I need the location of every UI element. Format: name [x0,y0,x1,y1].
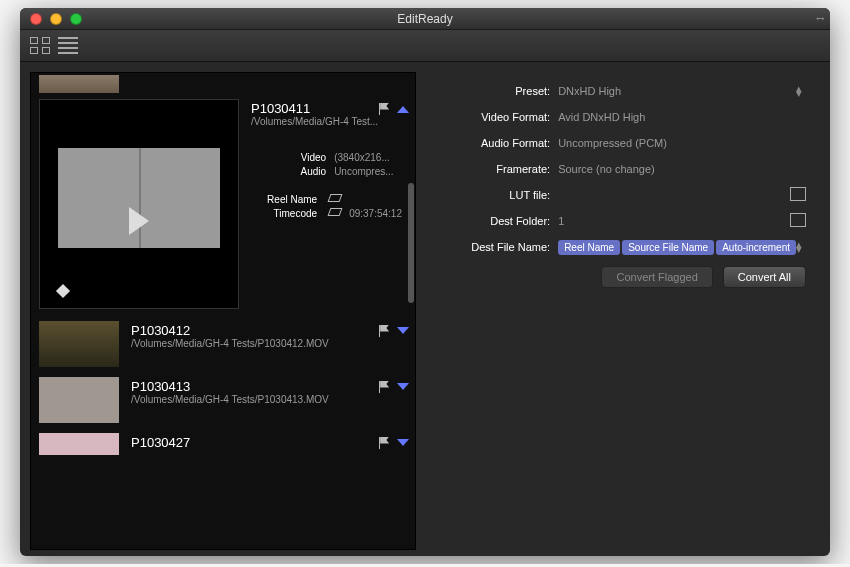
browse-folder-icon[interactable] [792,215,806,227]
list-item[interactable] [39,75,415,93]
clip-metadata: P1030411 /Volumes/Media/GH-4 Test... Vid… [251,99,415,309]
clip-path: /Volumes/Media/GH-4 Tests/P1030413.MOV [131,394,409,405]
window-title: EditReady [20,12,830,26]
lut-label: LUT file: [432,189,550,201]
toolbar [20,30,830,62]
dest-name-label: Dest File Name: [432,241,550,253]
clip-scroll[interactable]: P1030411 /Volumes/Media/GH-4 Test... Vid… [31,73,415,549]
flag-icon[interactable] [379,325,391,337]
list-view-button[interactable] [58,37,78,55]
dest-folder-label: Dest Folder: [432,215,550,227]
titlebar[interactable]: EditReady ⤢ [20,8,830,30]
tag-icon[interactable] [328,208,343,216]
video-format-label: Video Format: [432,111,550,123]
filename-stepper-icon[interactable]: ▴▾ [796,242,806,252]
reel-label: Reel Name [267,194,317,205]
grid-view-button[interactable] [30,37,50,55]
audio-label: Audio [301,166,327,177]
video-format-value: Avid DNxHD High [558,111,806,123]
preset-value[interactable]: DNxHD High [558,85,796,97]
filename-tokens[interactable]: Reel Name Source File Name Auto-incremen… [558,240,796,255]
token-auto-increment[interactable]: Auto-increment [716,240,796,255]
flag-icon[interactable] [379,103,391,115]
scrollbar-thumb[interactable] [408,183,414,303]
list-item[interactable]: P1030412 /Volumes/Media/GH-4 Tests/P1030… [39,321,415,371]
flag-icon[interactable] [379,437,391,449]
expand-icon[interactable] [397,383,409,391]
clip-name: P1030427 [131,435,190,450]
token-source-name[interactable]: Source File Name [622,240,714,255]
preset-label: Preset: [432,85,550,97]
content: P1030411 /Volumes/Media/GH-4 Test... Vid… [20,62,830,556]
preset-stepper-icon[interactable]: ▴▾ [796,86,806,96]
audio-value: Uncompres... [334,166,409,177]
expand-icon[interactable] [397,327,409,335]
video-label: Video [301,152,326,163]
framerate-label: Framerate: [432,163,550,175]
clip-list: P1030411 /Volumes/Media/GH-4 Test... Vid… [30,72,416,550]
minimize-button[interactable] [50,13,62,25]
play-icon[interactable] [129,207,149,235]
timecode-label: Timecode [274,208,318,219]
clip-name: P1030413 [131,379,190,394]
token-reel-name[interactable]: Reel Name [558,240,620,255]
marker-icon [56,284,70,298]
dest-folder-value[interactable]: 1 [558,215,792,227]
browse-file-icon[interactable] [792,189,806,201]
timecode-value: 09:37:54:12 [349,208,409,219]
convert-all-button[interactable]: Convert All [723,266,806,288]
window-controls [30,13,82,25]
clip-thumbnail [39,433,119,455]
clip-name: P1030412 [131,323,190,338]
tag-icon[interactable] [328,194,343,202]
audio-format-label: Audio Format: [432,137,550,149]
list-item-expanded[interactable]: P1030411 /Volumes/Media/GH-4 Test... Vid… [39,99,415,309]
close-button[interactable] [30,13,42,25]
settings-panel: Preset: DNxHD High ▴▾ Video Format: Avid… [426,72,820,550]
expand-icon[interactable] [397,439,409,447]
clip-name: P1030411 [251,101,310,116]
flag-icon[interactable] [379,381,391,393]
zoom-button[interactable] [70,13,82,25]
video-value: (3840x216... [334,152,409,163]
list-item[interactable]: P1030413 /Volumes/Media/GH-4 Tests/P1030… [39,377,415,427]
list-item[interactable]: P1030427 [39,433,415,455]
app-window: EditReady ⤢ [20,8,830,556]
collapse-icon[interactable] [397,105,409,113]
resize-grip-icon[interactable]: ⤢ [813,12,826,25]
clip-preview[interactable] [39,99,239,309]
audio-format-value: Uncompressed (PCM) [558,137,806,149]
clip-thumbnail [39,75,119,93]
framerate-value: Source (no change) [558,163,806,175]
clip-path: /Volumes/Media/GH-4 Tests/P1030412.MOV [131,338,409,349]
clip-thumbnail [39,321,119,367]
convert-flagged-button[interactable]: Convert Flagged [601,266,712,288]
clip-path: /Volumes/Media/GH-4 Test... [251,116,409,127]
clip-thumbnail [39,377,119,423]
